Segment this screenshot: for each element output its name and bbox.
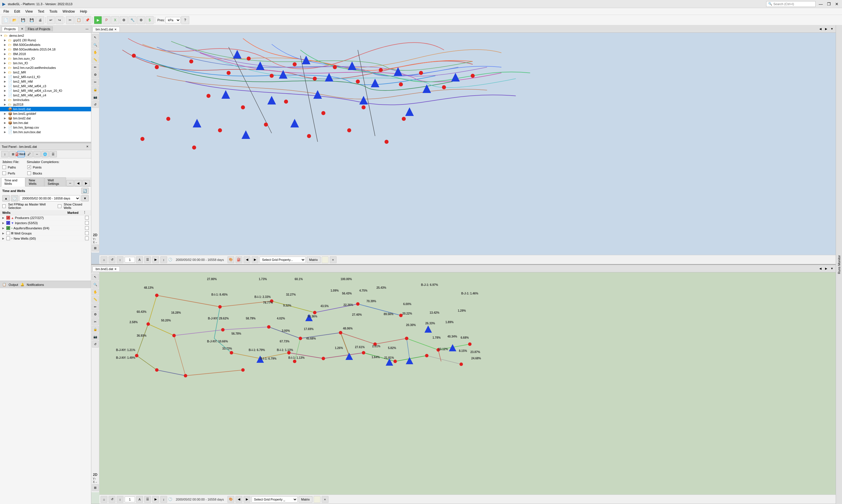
map-measure-btn-l[interactable]: 📏 xyxy=(92,296,99,303)
nav-next-lower[interactable]: ▶ xyxy=(244,496,250,503)
wellgroups-marked-check[interactable] xyxy=(85,231,89,235)
open-button[interactable]: 📂 xyxy=(10,16,18,24)
list-item[interactable]: ▶ ▲ Producers (227/227) xyxy=(0,215,91,220)
palette-btn-lower[interactable]: 🎨 xyxy=(227,496,234,503)
map-zoom-btn[interactable]: 🔍 xyxy=(92,41,99,48)
map-refresh-btn[interactable]: ↺ xyxy=(92,101,99,108)
upper-nav-prev[interactable]: ◀ xyxy=(818,26,823,32)
close-button[interactable]: ✕ xyxy=(834,1,840,7)
tool2-button[interactable]: 🔧 xyxy=(128,16,136,24)
list-item[interactable]: ▶ ⊞ Well Groups xyxy=(0,231,91,236)
aquifers-visible-check[interactable] xyxy=(6,226,10,230)
notifications-tab[interactable]: Notifications xyxy=(27,283,44,286)
map-grid-btn[interactable]: ⊞ xyxy=(92,245,99,251)
map-pan-btn[interactable]: ✋ xyxy=(92,49,99,56)
copy-button[interactable]: 📋 xyxy=(75,16,83,24)
color-btn-upper[interactable] xyxy=(322,256,329,263)
lower-nav-down[interactable]: ▼ xyxy=(829,266,835,271)
well-tb-btn-table[interactable]: ☰ xyxy=(49,151,57,157)
tree-item-surv[interactable]: ▶ 🗁 bm.hm.surv_fO xyxy=(0,56,91,61)
new-button[interactable]: 📄 xyxy=(2,16,10,24)
refresh-btn[interactable]: 🔄 xyxy=(81,188,89,194)
tree-item-bmincludes[interactable]: ▶ 🗁 bmIncludes xyxy=(0,97,91,102)
well-tb-btn-paint[interactable]: 🖊 xyxy=(25,151,33,157)
upper-nav-down[interactable]: ▼ xyxy=(829,26,835,32)
map-edit-btn[interactable]: ⚙ xyxy=(92,71,99,78)
points-checkbox[interactable] xyxy=(27,165,31,169)
lower-nav-prev[interactable]: ◀ xyxy=(818,266,823,271)
excel-button[interactable]: X xyxy=(111,16,119,24)
updown2-btn-lower[interactable]: ↕ xyxy=(160,496,167,503)
settings-button[interactable]: ⚙ xyxy=(137,16,145,24)
grid-prop-select-upper[interactable]: Select Grid Property... xyxy=(260,257,305,263)
list-item[interactable]: ▶ ≈ Aquifers/Boundaries (0/4) xyxy=(0,226,91,231)
fpmap-checkbox[interactable] xyxy=(2,204,6,208)
paths-checkbox[interactable] xyxy=(2,165,6,169)
upper-nav-next[interactable]: ▶ xyxy=(824,26,829,32)
menu-help[interactable]: Help xyxy=(78,9,90,14)
date-nav-up[interactable]: ▲ xyxy=(2,195,10,201)
panel-minimize-button[interactable]: — xyxy=(85,27,89,31)
map-draw-btn[interactable]: ✏ xyxy=(92,64,99,71)
home-btn-upper[interactable]: ⌂ xyxy=(101,256,107,263)
date-dropdown[interactable]: ▼ xyxy=(81,195,89,201)
wellgroups-visible-check[interactable] xyxy=(6,231,10,235)
palette-btn-upper[interactable]: 🎨 xyxy=(227,256,234,263)
tree-item-hmfo[interactable]: ▶ 🗁 bm.hm_fO xyxy=(0,61,91,66)
tree-item-bmbnd2[interactable]: ▶ 📦 bm.bnd2.dat xyxy=(0,116,91,121)
refresh-btn-lower[interactable]: ↺ xyxy=(108,496,116,503)
map-select-btn[interactable]: ↖ xyxy=(92,34,99,41)
menu-view[interactable]: View xyxy=(23,9,35,14)
play-btn-lower[interactable]: ▶ xyxy=(152,496,159,503)
tab-new-wells[interactable]: New Wells xyxy=(25,177,44,186)
nav-prev-upper[interactable]: ◀ xyxy=(244,256,250,263)
updown2-btn-upper[interactable]: ↕ xyxy=(160,256,167,263)
upper-view-tab[interactable]: bm.bnd1.dat ✕ xyxy=(92,27,120,32)
refresh-btn-upper[interactable]: ↺ xyxy=(108,256,116,263)
grid-prop-select-lower[interactable]: Select Grid Property _ xyxy=(251,496,298,503)
map-refresh-btn-l[interactable]: ↺ xyxy=(92,341,99,347)
newwells-visible-check[interactable] xyxy=(6,236,10,240)
nav-next-upper[interactable]: ▶ xyxy=(251,256,259,263)
well-tb-btn-globe[interactable]: 🌐 xyxy=(41,151,49,157)
menu-window[interactable]: Window xyxy=(60,9,77,14)
tree-item-bmhm[interactable]: ▶ 📦 bm.hm.dat xyxy=(0,121,91,125)
pres-select[interactable]: kPa MPa psi xyxy=(165,17,181,23)
tree-item-demo[interactable]: ▼ 🗁 demo.bm2 xyxy=(0,33,91,38)
tree-item-mrc3[interactable]: ▶ 📄 bm2_MR_HM_wf04_c3 xyxy=(0,84,91,88)
well-tb-btn-wells[interactable]: ⛽ Wells xyxy=(17,151,25,157)
paste-button[interactable]: 📌 xyxy=(83,16,91,24)
tree-item-mr11[interactable]: ▶ 📄 bm2_MR-run11_fO xyxy=(0,75,91,79)
tree-item-bm500[interactable]: ▶ 🗁 BM-500GeoModels xyxy=(0,42,91,47)
map-delete-btn-l[interactable]: ✂ xyxy=(92,318,99,325)
lower-view-tab[interactable]: bm.bnd1.dat ✕ xyxy=(92,266,120,271)
dollar-button[interactable]: $ xyxy=(145,16,154,24)
tab-time-and-wells[interactable]: Time and Wells xyxy=(1,177,25,186)
color-btn-lower[interactable] xyxy=(314,496,320,503)
map-grid-btn-l[interactable]: ⊞ xyxy=(92,484,99,491)
tree-item-bmbnd1grid[interactable]: ▶ 📦 bm.bnd1.griddef xyxy=(0,111,91,116)
run-button[interactable]: ▶ xyxy=(94,16,102,24)
tree-item-mrhm[interactable]: ▶ 📄 bm2_MR_HM xyxy=(0,79,91,84)
injectors-marked-check[interactable] xyxy=(85,221,89,225)
date-select[interactable]: 2000/05/02 00:00:00 - 16558 days xyxy=(19,195,80,201)
map-delete-btn[interactable]: ✂ xyxy=(92,79,99,86)
tree-item-bm50[interactable]: ▶ 🗁 BM-50GeoModels-2015.04.18 xyxy=(0,47,91,52)
cut-button[interactable]: ✂ xyxy=(66,16,74,24)
save-button[interactable]: 💾 xyxy=(19,16,27,24)
tab-well-settings[interactable]: Well Settings xyxy=(45,177,66,186)
map-lock-btn-l[interactable]: 🔒 xyxy=(92,326,99,332)
restore-button[interactable]: ❐ xyxy=(826,1,832,7)
redo-button[interactable]: ↪ xyxy=(55,16,64,24)
upper-tab-close[interactable]: ✕ xyxy=(114,28,117,31)
map-draw-btn-l[interactable]: ✏ xyxy=(92,303,99,310)
tree-item-jip[interactable]: ▶ 🗁 jip2018 xyxy=(0,102,91,107)
tree-item-mrc3run[interactable]: ▶ 📄 bm2_MR_HM_wf04_c3-run_20_fO xyxy=(0,88,91,93)
font-btn-upper[interactable]: A xyxy=(136,256,143,263)
producers-marked-check[interactable] xyxy=(85,216,89,220)
minimize-button[interactable]: — xyxy=(818,1,824,7)
help-button[interactable]: ? xyxy=(181,16,189,24)
powerpoint-button[interactable]: P xyxy=(103,16,110,24)
lower-tab-close[interactable]: ✕ xyxy=(114,268,117,271)
output-tab[interactable]: Output xyxy=(8,283,18,286)
